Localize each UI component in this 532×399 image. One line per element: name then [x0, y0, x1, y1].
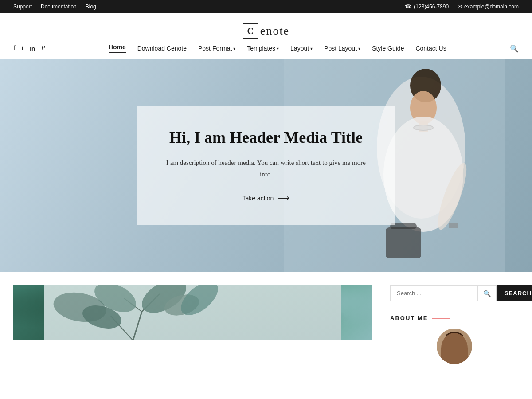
- avatar-body: [441, 333, 468, 364]
- nav-item-download[interactable]: Download Cenote: [137, 45, 187, 52]
- search-input[interactable]: [390, 285, 478, 301]
- pinterest-icon[interactable]: P: [41, 45, 45, 52]
- chevron-down-icon: ▾: [310, 46, 313, 51]
- phone-number: (123)456-7890: [414, 4, 449, 10]
- chevron-down-icon: ▾: [277, 46, 279, 51]
- top-bar-contact: ☎ (123)456-7890 ✉ example@domain.com: [405, 4, 519, 10]
- about-me-widget: ABOUT ME: [390, 315, 519, 364]
- sidebar: 🔍 SEARCH ABOUT ME: [390, 285, 519, 364]
- email-info: ✉ example@domain.com: [458, 4, 519, 10]
- logo-letter: C: [243, 23, 258, 39]
- nav-item-style-guide[interactable]: Style Guide: [372, 45, 404, 52]
- nav-area: f t in P Home Download Cenote Post Forma…: [0, 43, 532, 59]
- avatar: [437, 329, 472, 364]
- about-me-title: ABOUT ME: [390, 315, 519, 321]
- chevron-down-icon: ▾: [233, 46, 235, 51]
- support-link[interactable]: Support: [13, 4, 32, 10]
- hero-cta-label: Take action: [243, 195, 274, 202]
- linkedin-icon[interactable]: in: [30, 45, 35, 52]
- svg-rect-22: [44, 285, 341, 340]
- content-area: 🔍 SEARCH ABOUT ME: [0, 272, 532, 364]
- about-me-label: ABOUT ME: [390, 315, 428, 321]
- svg-rect-10: [449, 223, 458, 228]
- arrow-icon: ⟶: [278, 193, 289, 203]
- hero-section: Hi, I am Header Media Title I am descrip…: [0, 59, 532, 272]
- blog-link[interactable]: Blog: [86, 4, 96, 10]
- nav-item-post-format[interactable]: Post Format ▾: [198, 45, 235, 52]
- logo-area: C enote: [0, 13, 532, 43]
- hero-title: Hi, I am Header Media Title: [164, 128, 368, 147]
- chevron-down-icon: ▾: [358, 46, 360, 51]
- hero-description: I am description of header media. You ca…: [164, 157, 368, 180]
- about-me-decorline: [432, 318, 450, 319]
- social-icons: f t in P: [13, 45, 45, 52]
- phone-icon: ☎: [405, 4, 411, 10]
- top-bar: Support Documentation Blog ☎ (123)456-78…: [0, 0, 532, 13]
- plant-illustration: [13, 285, 372, 340]
- post-image: [13, 285, 372, 340]
- top-bar-links: Support Documentation Blog: [13, 4, 96, 10]
- svg-rect-7: [386, 227, 421, 258]
- nav-item-contact[interactable]: Contact Us: [415, 45, 446, 52]
- main-content: [13, 285, 372, 364]
- email-address: example@domain.com: [464, 4, 519, 10]
- twitter-icon[interactable]: t: [22, 45, 24, 52]
- svg-point-9: [414, 125, 433, 130]
- phone-info: ☎ (123)456-7890: [405, 4, 449, 10]
- nav-item-templates[interactable]: Templates ▾: [247, 45, 279, 52]
- avatar-container: [390, 329, 519, 364]
- search-submit-button[interactable]: SEARCH: [497, 285, 532, 301]
- hero-overlay: Hi, I am Header Media Title I am descrip…: [137, 106, 395, 225]
- logo[interactable]: C enote: [243, 23, 289, 39]
- search-icon[interactable]: 🔍: [510, 44, 519, 53]
- search-icon-button[interactable]: 🔍: [478, 285, 497, 301]
- nav-item-post-layout[interactable]: Post Layout ▾: [324, 45, 360, 52]
- logo-text: enote: [260, 24, 289, 38]
- email-icon: ✉: [458, 4, 462, 10]
- search-widget: 🔍 SEARCH: [390, 285, 519, 301]
- nav-item-home[interactable]: Home: [109, 43, 126, 53]
- facebook-icon[interactable]: f: [13, 45, 16, 52]
- post-card: [13, 285, 372, 340]
- documentation-link[interactable]: Documentation: [41, 4, 77, 10]
- nav-item-layout[interactable]: Layout ▾: [290, 45, 313, 52]
- main-nav: Home Download Cenote Post Format ▾ Templ…: [109, 43, 446, 53]
- hero-cta-button[interactable]: Take action ⟶: [164, 193, 368, 203]
